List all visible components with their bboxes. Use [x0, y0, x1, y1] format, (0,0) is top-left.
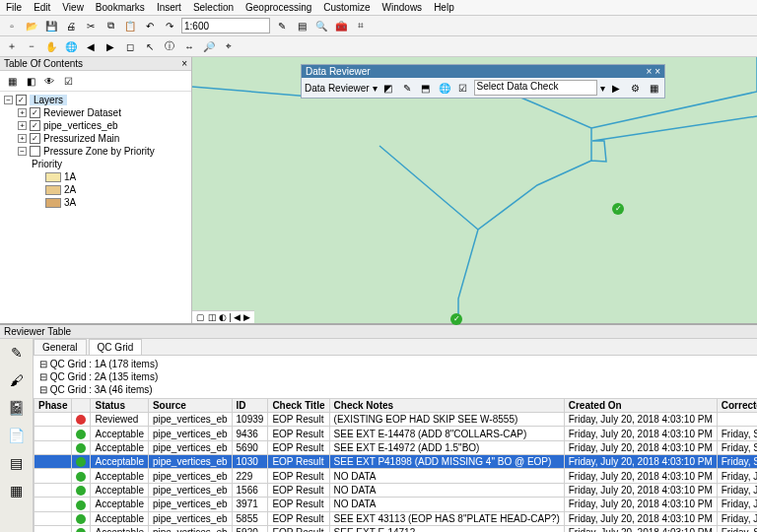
- group-row[interactable]: ⊟ QC Grid : 1A (178 items): [39, 358, 751, 370]
- tab-qc-grid[interactable]: QC Grid: [89, 339, 143, 355]
- dr-run-icon[interactable]: ▶: [608, 80, 624, 96]
- menu-insert[interactable]: Insert: [157, 2, 181, 13]
- table-row[interactable]: Acceptablepipe_vertices_eb5690EOP Result…: [34, 440, 758, 454]
- redo-icon[interactable]: ↷: [162, 18, 177, 33]
- list-by-visibility-icon[interactable]: 👁: [41, 73, 57, 89]
- print-icon[interactable]: 🖨: [63, 18, 79, 33]
- column-header[interactable]: Source: [148, 399, 232, 413]
- expander-icon[interactable]: +: [18, 134, 27, 143]
- dr-tool-icon[interactable]: ▦: [646, 80, 661, 96]
- save-icon[interactable]: 💾: [43, 18, 59, 33]
- column-header[interactable]: Phase: [34, 399, 72, 413]
- group-layer[interactable]: Pressure Zone by Priority: [43, 146, 155, 157]
- dr-tool-icon[interactable]: ☑: [455, 80, 471, 96]
- layer-icon[interactable]: ▤: [6, 455, 28, 475]
- pencil-icon[interactable]: ✎: [6, 345, 28, 365]
- layer-item[interactable]: Reviewer Dataset: [43, 107, 121, 118]
- dr-tool-icon[interactable]: 🌐: [437, 80, 452, 96]
- menu-file[interactable]: File: [6, 2, 22, 13]
- table-row[interactable]: Acceptablepipe_vertices_eb9436EOP Result…: [34, 427, 758, 440]
- table-row[interactable]: Acceptablepipe_vertices_eb1566EOP Result…: [34, 483, 758, 497]
- find-icon[interactable]: 🔎: [201, 38, 217, 54]
- toolbox-icon[interactable]: 🧰: [333, 18, 349, 33]
- dr-tool-icon[interactable]: ⚙: [627, 80, 643, 96]
- list-by-selection-icon[interactable]: ☑: [60, 73, 76, 89]
- expander-icon[interactable]: +: [18, 108, 27, 117]
- checkbox[interactable]: ✓: [30, 120, 40, 131]
- zoom-out-icon[interactable]: －: [24, 38, 39, 54]
- tab-general[interactable]: General: [34, 339, 87, 355]
- select-data-check[interactable]: Select Data Check: [474, 80, 597, 96]
- new-icon[interactable]: ▫: [4, 18, 20, 33]
- checkbox[interactable]: ✓: [16, 95, 27, 105]
- checkbox[interactable]: ✓: [30, 133, 40, 144]
- copy-icon[interactable]: ⧉: [103, 18, 118, 33]
- menu-windows[interactable]: Windows: [382, 2, 423, 13]
- table-row[interactable]: Acceptablepipe_vertices_eb5920EOP Result…: [34, 525, 758, 532]
- column-header[interactable]: Corrected On: [717, 399, 757, 413]
- table-row[interactable]: Acceptablepipe_vertices_eb229EOP ResultN…: [34, 469, 758, 483]
- report-icon[interactable]: 📄: [6, 428, 28, 447]
- scale-input[interactable]: [181, 18, 270, 33]
- table-row[interactable]: Acceptablepipe_vertices_eb1030EOP Result…: [34, 455, 758, 469]
- check-marker-icon[interactable]: ✓: [450, 313, 462, 325]
- paste-icon[interactable]: 📋: [122, 18, 138, 33]
- group-row[interactable]: ⊟ QC Grid : 2A (135 items): [39, 370, 751, 383]
- table-row[interactable]: Reviewedpipe_vertices_eb10939EOP Result(…: [34, 413, 758, 427]
- chevron-down-icon[interactable]: ▾: [600, 83, 605, 94]
- column-header[interactable]: Status: [91, 399, 148, 413]
- table-row[interactable]: Acceptablepipe_vertices_eb5855EOP Result…: [34, 511, 758, 525]
- cut-icon[interactable]: ✂: [83, 18, 99, 33]
- expander-icon[interactable]: −: [18, 147, 27, 156]
- dr-close-icon[interactable]: × ×: [647, 66, 660, 77]
- map-view-tabs[interactable]: ▢ ◫ ◐ | ◀ ▶: [192, 310, 254, 323]
- table-icon[interactable]: ▦: [6, 483, 28, 502]
- expander-icon[interactable]: −: [4, 96, 13, 104]
- full-extent-icon[interactable]: 🌐: [63, 38, 79, 54]
- zoom-in-icon[interactable]: ＋: [4, 38, 20, 54]
- python-icon[interactable]: ⌗: [353, 18, 369, 33]
- layer-item[interactable]: pipe_vertices_eb: [43, 120, 118, 131]
- catalog-icon[interactable]: ▤: [294, 18, 310, 33]
- dr-label[interactable]: Data Reviewer: [305, 83, 370, 94]
- menu-geoprocessing[interactable]: Geoprocessing: [245, 2, 311, 13]
- measure-icon[interactable]: ↔: [181, 38, 197, 54]
- layers-root[interactable]: Layers: [30, 95, 67, 105]
- list-by-source-icon[interactable]: ◧: [23, 73, 38, 89]
- expander-icon[interactable]: +: [18, 121, 27, 130]
- menu-bookmarks[interactable]: Bookmarks: [96, 2, 145, 13]
- layer-item[interactable]: Pressurized Main: [43, 133, 119, 144]
- prev-extent-icon[interactable]: ◀: [83, 38, 99, 54]
- dr-tool-icon[interactable]: ✎: [399, 80, 415, 96]
- table-row[interactable]: Acceptablepipe_vertices_eb3971EOP Result…: [34, 498, 758, 511]
- menu-help[interactable]: Help: [434, 2, 454, 13]
- dr-tool-icon[interactable]: ◩: [380, 80, 396, 96]
- search-icon[interactable]: 🔍: [313, 18, 329, 33]
- column-header[interactable]: Check Title: [268, 399, 329, 413]
- identify-icon[interactable]: ⓘ: [162, 38, 177, 54]
- menu-selection[interactable]: Selection: [193, 2, 234, 13]
- goto-xy-icon[interactable]: ⌖: [221, 38, 237, 54]
- next-extent-icon[interactable]: ▶: [103, 38, 118, 54]
- menu-customize[interactable]: Customize: [323, 2, 370, 13]
- dr-tool-icon[interactable]: ⬒: [418, 80, 434, 96]
- checkbox[interactable]: ✓: [30, 107, 40, 118]
- column-header[interactable]: ID: [232, 399, 268, 413]
- column-header[interactable]: Created On: [564, 399, 717, 413]
- select-icon[interactable]: ◻: [122, 38, 138, 54]
- check-marker-icon[interactable]: ✓: [612, 203, 624, 215]
- menu-view[interactable]: View: [62, 2, 84, 13]
- notebook-icon[interactable]: 📓: [6, 400, 28, 420]
- column-header[interactable]: Check Notes: [329, 399, 564, 413]
- brush-icon[interactable]: 🖌: [6, 372, 28, 392]
- chevron-down-icon[interactable]: ▾: [373, 83, 378, 94]
- toc-close-icon[interactable]: ×: [181, 58, 187, 69]
- list-by-drawing-icon[interactable]: ▦: [4, 73, 20, 89]
- pointer-icon[interactable]: ↖: [142, 38, 158, 54]
- menu-edit[interactable]: Edit: [34, 2, 50, 13]
- pan-icon[interactable]: ✋: [43, 38, 59, 54]
- editor-icon[interactable]: ✎: [274, 18, 290, 33]
- group-row[interactable]: ⊟ QC Grid : 3A (46 items): [39, 383, 751, 396]
- undo-icon[interactable]: ↶: [142, 18, 158, 33]
- column-header[interactable]: [72, 399, 91, 413]
